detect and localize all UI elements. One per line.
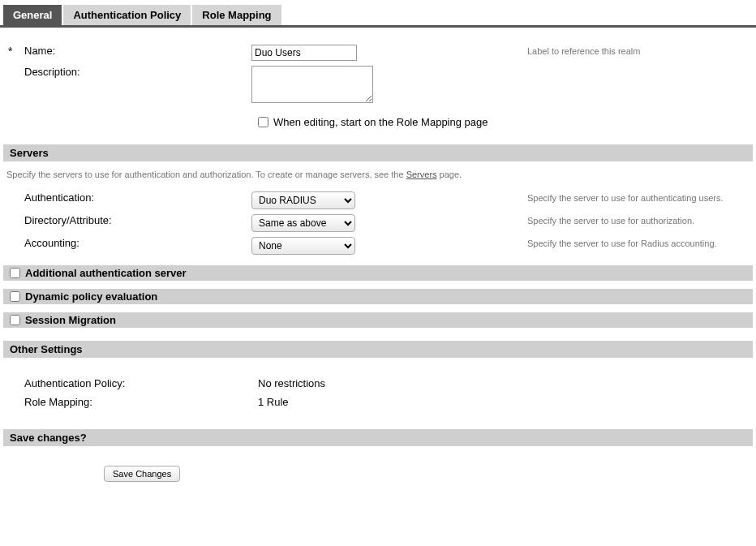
servers-link[interactable]: Servers bbox=[406, 170, 437, 179]
authpolicy-value: No restrictions bbox=[258, 377, 325, 389]
authentication-help: Specify the server to use for authentica… bbox=[527, 191, 724, 203]
accounting-select[interactable]: None bbox=[251, 237, 355, 255]
accounting-help: Specify the server to use for Radius acc… bbox=[527, 237, 717, 248]
dynamic-policy-heading: Dynamic policy evaluation bbox=[25, 290, 157, 303]
rolemapping-label: Role Mapping: bbox=[0, 396, 258, 408]
tab-authentication-policy[interactable]: Authentication Policy bbox=[63, 5, 191, 25]
name-help-text: Label to reference this realm bbox=[527, 45, 640, 56]
tab-general[interactable]: General bbox=[3, 5, 62, 25]
other-settings-heading: Other Settings bbox=[3, 341, 753, 358]
authentication-label: Authentication: bbox=[24, 191, 94, 204]
servers-heading: Servers bbox=[3, 144, 753, 161]
directory-label: Directory/Attribute: bbox=[24, 214, 112, 226]
authentication-select[interactable]: Duo RADIUS bbox=[251, 191, 355, 209]
save-changes-button[interactable]: Save Changes bbox=[104, 466, 180, 482]
save-changes-heading: Save changes? bbox=[3, 429, 753, 446]
session-migration-heading: Session Migration bbox=[25, 314, 116, 326]
directory-select[interactable]: Same as above bbox=[251, 214, 355, 232]
start-role-mapping-label: When editing, start on the Role Mapping … bbox=[273, 116, 488, 128]
start-role-mapping-checkbox[interactable] bbox=[258, 117, 268, 127]
directory-help: Specify the server to use for authorizat… bbox=[527, 214, 694, 226]
description-label: Description: bbox=[24, 66, 80, 78]
description-textarea[interactable] bbox=[251, 66, 373, 103]
name-label: Name: bbox=[24, 45, 55, 58]
tab-role-mapping[interactable]: Role Mapping bbox=[192, 5, 281, 25]
additional-auth-checkbox[interactable] bbox=[10, 268, 20, 278]
authpolicy-label: Authentication Policy: bbox=[0, 377, 258, 389]
additional-auth-heading: Additional authentication server bbox=[25, 267, 187, 279]
tab-bar: General Authentication Policy Role Mappi… bbox=[0, 0, 756, 28]
servers-description: Specify the servers to use for authentic… bbox=[0, 168, 756, 189]
dynamic-policy-checkbox[interactable] bbox=[10, 291, 20, 302]
required-marker: * bbox=[8, 45, 24, 58]
session-migration-checkbox[interactable] bbox=[10, 315, 20, 325]
rolemapping-value: 1 Rule bbox=[258, 396, 289, 408]
name-input[interactable] bbox=[251, 45, 357, 61]
accounting-label: Accounting: bbox=[24, 237, 79, 249]
